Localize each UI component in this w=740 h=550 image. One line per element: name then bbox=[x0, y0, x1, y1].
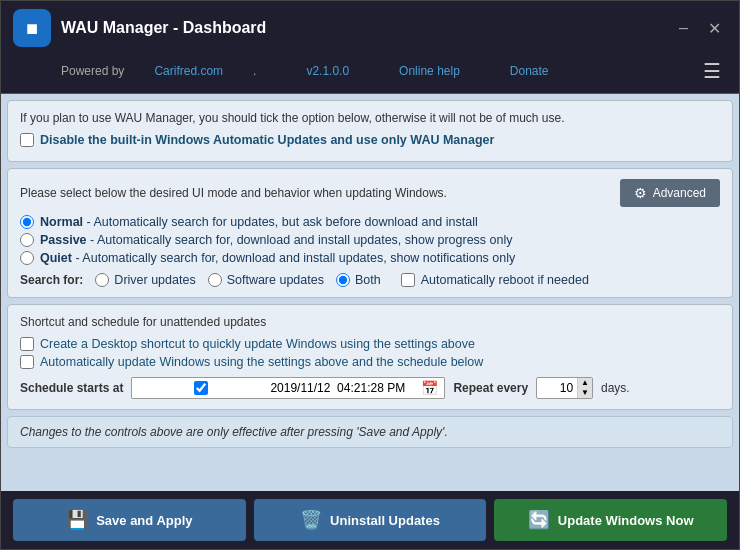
window-controls: – ✕ bbox=[673, 17, 727, 40]
auto-reboot-checkbox[interactable] bbox=[401, 273, 415, 287]
main-window: ■ WAU Manager - Dashboard – ✕ Powered by… bbox=[0, 0, 740, 550]
save-apply-label: Save and Apply bbox=[96, 513, 192, 528]
update-label: Update Windows Now bbox=[558, 513, 694, 528]
mode-radio-group: Normal - Automatically search for update… bbox=[20, 215, 720, 265]
save-icon: 💾 bbox=[66, 509, 88, 531]
save-apply-button[interactable]: 💾 Save and Apply bbox=[13, 499, 246, 541]
schedule-enable-checkbox[interactable] bbox=[136, 381, 266, 395]
schedule-datetime-input[interactable] bbox=[270, 381, 415, 395]
card1-notice: If you plan to use WAU Manager, you shou… bbox=[20, 111, 720, 125]
uninstall-button[interactable]: 🗑️ Uninstall Updates bbox=[254, 499, 487, 541]
bottom-bar: 💾 Save and Apply 🗑️ Uninstall Updates 🔄 … bbox=[1, 491, 739, 549]
radio-normal-label[interactable]: Normal - Automatically search for update… bbox=[40, 215, 478, 229]
window-title: WAU Manager - Dashboard bbox=[61, 19, 663, 37]
driver-option[interactable]: Driver updates bbox=[95, 273, 195, 287]
software-label: Software updates bbox=[227, 273, 324, 287]
shortcut-label[interactable]: Create a Desktop shortcut to quickly upd… bbox=[40, 337, 475, 351]
ui-mode-card: Please select below the desired UI mode … bbox=[7, 168, 733, 298]
schedule-card-title: Shortcut and schedule for unattended upd… bbox=[20, 315, 720, 329]
schedule-starts-label: Schedule starts at bbox=[20, 381, 123, 395]
repeat-value-input[interactable] bbox=[537, 379, 577, 397]
disable-wau-label[interactable]: Disable the built-in Windows Automatic U… bbox=[40, 133, 494, 147]
repeat-spinner: ▲ ▼ bbox=[536, 377, 593, 399]
version-link[interactable]: v2.1.0.0 bbox=[306, 64, 349, 78]
disable-wau-row: Disable the built-in Windows Automatic U… bbox=[20, 133, 720, 147]
disable-wau-card: If you plan to use WAU Manager, you shou… bbox=[7, 100, 733, 162]
donate-link[interactable]: Donate bbox=[510, 64, 549, 78]
auto-reboot-row: Automatically reboot if needed bbox=[401, 273, 589, 287]
radio-normal-row: Normal - Automatically search for update… bbox=[20, 215, 720, 229]
datetime-input-container: 📅 bbox=[131, 377, 445, 399]
auto-update-row: Automatically update Windows using the s… bbox=[20, 355, 720, 369]
footer-notice: Changes to the controls above are only e… bbox=[7, 416, 733, 448]
close-button[interactable]: ✕ bbox=[702, 17, 727, 40]
driver-label: Driver updates bbox=[114, 273, 195, 287]
uninstall-icon: 🗑️ bbox=[300, 509, 322, 531]
days-label: days. bbox=[601, 381, 630, 395]
minimize-button[interactable]: – bbox=[673, 17, 694, 39]
calendar-button[interactable]: 📅 bbox=[419, 380, 440, 396]
radio-quiet[interactable] bbox=[20, 251, 34, 265]
subtitle-period: . bbox=[253, 64, 256, 78]
app-icon: ■ bbox=[13, 9, 51, 47]
radio-normal[interactable] bbox=[20, 215, 34, 229]
both-label: Both bbox=[355, 273, 381, 287]
hamburger-menu[interactable]: ☰ bbox=[697, 57, 727, 85]
disable-wau-checkbox[interactable] bbox=[20, 133, 34, 147]
card2-desc: Please select below the desired UI mode … bbox=[20, 186, 447, 200]
both-option[interactable]: Both bbox=[336, 273, 381, 287]
title-bar: ■ WAU Manager - Dashboard – ✕ bbox=[1, 1, 739, 55]
card2-header: Please select below the desired UI mode … bbox=[20, 179, 720, 207]
uninstall-label: Uninstall Updates bbox=[330, 513, 440, 528]
radio-passive-label[interactable]: Passive - Automatically search for, down… bbox=[40, 233, 513, 247]
radio-passive[interactable] bbox=[20, 233, 34, 247]
auto-update-checkbox[interactable] bbox=[20, 355, 34, 369]
software-option[interactable]: Software updates bbox=[208, 273, 324, 287]
advanced-btn-label: Advanced bbox=[653, 186, 706, 200]
update-icon: 🔄 bbox=[528, 509, 550, 531]
repeat-every-label: Repeat every bbox=[453, 381, 528, 395]
search-driver-radio[interactable] bbox=[95, 273, 109, 287]
search-options-row: Search for: Driver updates Software upda… bbox=[20, 273, 720, 287]
search-software-radio[interactable] bbox=[208, 273, 222, 287]
radio-quiet-row: Quiet - Automatically search for, downlo… bbox=[20, 251, 720, 265]
help-link[interactable]: Online help bbox=[399, 64, 460, 78]
subtitle-prefix: Powered by bbox=[61, 64, 124, 78]
search-for-label: Search for: bbox=[20, 273, 83, 287]
gear-icon: ⚙ bbox=[634, 185, 647, 201]
radio-passive-row: Passive - Automatically search for, down… bbox=[20, 233, 720, 247]
update-windows-button[interactable]: 🔄 Update Windows Now bbox=[494, 499, 727, 541]
spinner-buttons: ▲ ▼ bbox=[577, 378, 592, 398]
spinner-up-button[interactable]: ▲ bbox=[578, 378, 592, 388]
auto-reboot-label[interactable]: Automatically reboot if needed bbox=[421, 273, 589, 287]
advanced-button[interactable]: ⚙ Advanced bbox=[620, 179, 720, 207]
content-area: If you plan to use WAU Manager, you shou… bbox=[1, 94, 739, 491]
spinner-down-button[interactable]: ▼ bbox=[578, 388, 592, 398]
shortcut-checkbox[interactable] bbox=[20, 337, 34, 351]
carifred-link[interactable]: Carifred.com bbox=[154, 64, 223, 78]
schedule-row: Schedule starts at 📅 Repeat every ▲ ▼ da… bbox=[20, 377, 720, 399]
schedule-card: Shortcut and schedule for unattended upd… bbox=[7, 304, 733, 410]
auto-update-label[interactable]: Automatically update Windows using the s… bbox=[40, 355, 483, 369]
shortcut-row: Create a Desktop shortcut to quickly upd… bbox=[20, 337, 720, 351]
radio-quiet-label[interactable]: Quiet - Automatically search for, downlo… bbox=[40, 251, 515, 265]
search-both-radio[interactable] bbox=[336, 273, 350, 287]
subtitle-bar: Powered by Carifred.com . v2.1.0.0 Onlin… bbox=[1, 55, 739, 94]
